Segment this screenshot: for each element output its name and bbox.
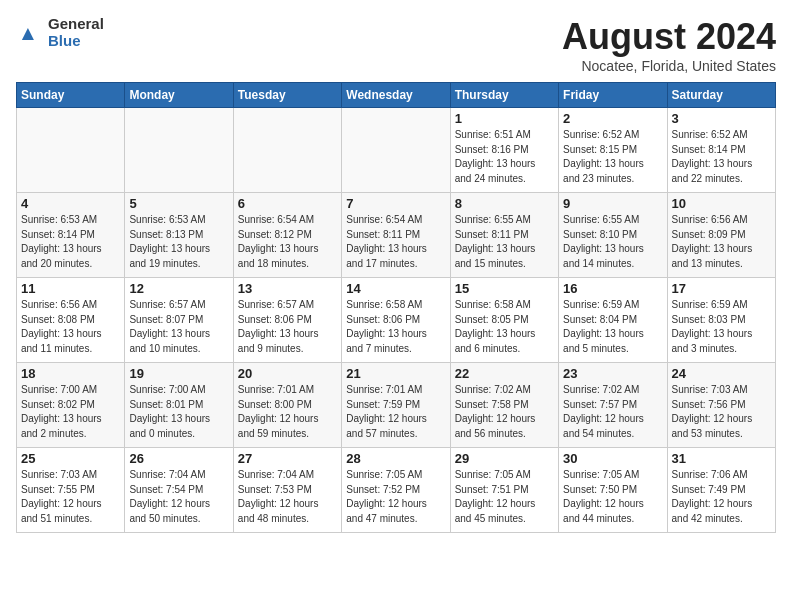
calendar-cell: 28Sunrise: 7:05 AM Sunset: 7:52 PM Dayli… bbox=[342, 448, 450, 533]
calendar-cell: 23Sunrise: 7:02 AM Sunset: 7:57 PM Dayli… bbox=[559, 363, 667, 448]
calendar-cell: 4Sunrise: 6:53 AM Sunset: 8:14 PM Daylig… bbox=[17, 193, 125, 278]
day-info: Sunrise: 6:52 AM Sunset: 8:14 PM Dayligh… bbox=[672, 128, 771, 186]
calendar-cell: 25Sunrise: 7:03 AM Sunset: 7:55 PM Dayli… bbox=[17, 448, 125, 533]
calendar-week-row: 1Sunrise: 6:51 AM Sunset: 8:16 PM Daylig… bbox=[17, 108, 776, 193]
day-info: Sunrise: 6:54 AM Sunset: 8:12 PM Dayligh… bbox=[238, 213, 337, 271]
day-info: Sunrise: 7:05 AM Sunset: 7:51 PM Dayligh… bbox=[455, 468, 554, 526]
calendar-header-row: SundayMondayTuesdayWednesdayThursdayFrid… bbox=[17, 83, 776, 108]
day-info: Sunrise: 6:53 AM Sunset: 8:14 PM Dayligh… bbox=[21, 213, 120, 271]
calendar-cell: 27Sunrise: 7:04 AM Sunset: 7:53 PM Dayli… bbox=[233, 448, 341, 533]
day-info: Sunrise: 7:03 AM Sunset: 7:56 PM Dayligh… bbox=[672, 383, 771, 441]
logo-general: General bbox=[48, 16, 104, 33]
calendar-cell: 5Sunrise: 6:53 AM Sunset: 8:13 PM Daylig… bbox=[125, 193, 233, 278]
calendar-cell: 15Sunrise: 6:58 AM Sunset: 8:05 PM Dayli… bbox=[450, 278, 558, 363]
day-number: 26 bbox=[129, 451, 228, 466]
day-number: 9 bbox=[563, 196, 662, 211]
day-number: 31 bbox=[672, 451, 771, 466]
day-number: 5 bbox=[129, 196, 228, 211]
calendar-cell: 2Sunrise: 6:52 AM Sunset: 8:15 PM Daylig… bbox=[559, 108, 667, 193]
day-number: 1 bbox=[455, 111, 554, 126]
day-number: 23 bbox=[563, 366, 662, 381]
calendar-cell: 26Sunrise: 7:04 AM Sunset: 7:54 PM Dayli… bbox=[125, 448, 233, 533]
day-number: 18 bbox=[21, 366, 120, 381]
calendar-cell: 31Sunrise: 7:06 AM Sunset: 7:49 PM Dayli… bbox=[667, 448, 775, 533]
calendar-cell: 7Sunrise: 6:54 AM Sunset: 8:11 PM Daylig… bbox=[342, 193, 450, 278]
day-number: 21 bbox=[346, 366, 445, 381]
day-info: Sunrise: 6:55 AM Sunset: 8:11 PM Dayligh… bbox=[455, 213, 554, 271]
day-number: 19 bbox=[129, 366, 228, 381]
day-info: Sunrise: 6:57 AM Sunset: 8:06 PM Dayligh… bbox=[238, 298, 337, 356]
day-info: Sunrise: 7:05 AM Sunset: 7:52 PM Dayligh… bbox=[346, 468, 445, 526]
day-info: Sunrise: 6:54 AM Sunset: 8:11 PM Dayligh… bbox=[346, 213, 445, 271]
day-info: Sunrise: 7:01 AM Sunset: 7:59 PM Dayligh… bbox=[346, 383, 445, 441]
weekday-header-sunday: Sunday bbox=[17, 83, 125, 108]
day-number: 28 bbox=[346, 451, 445, 466]
calendar-cell: 3Sunrise: 6:52 AM Sunset: 8:14 PM Daylig… bbox=[667, 108, 775, 193]
calendar-cell: 20Sunrise: 7:01 AM Sunset: 8:00 PM Dayli… bbox=[233, 363, 341, 448]
day-info: Sunrise: 6:58 AM Sunset: 8:06 PM Dayligh… bbox=[346, 298, 445, 356]
logo-blue: Blue bbox=[48, 33, 104, 50]
day-number: 12 bbox=[129, 281, 228, 296]
logo: ▲ General Blue bbox=[16, 16, 104, 49]
day-number: 16 bbox=[563, 281, 662, 296]
day-info: Sunrise: 7:03 AM Sunset: 7:55 PM Dayligh… bbox=[21, 468, 120, 526]
logo-text: General Blue bbox=[48, 16, 104, 49]
calendar-week-row: 4Sunrise: 6:53 AM Sunset: 8:14 PM Daylig… bbox=[17, 193, 776, 278]
day-number: 11 bbox=[21, 281, 120, 296]
calendar-cell: 9Sunrise: 6:55 AM Sunset: 8:10 PM Daylig… bbox=[559, 193, 667, 278]
day-number: 17 bbox=[672, 281, 771, 296]
calendar-cell: 12Sunrise: 6:57 AM Sunset: 8:07 PM Dayli… bbox=[125, 278, 233, 363]
day-number: 22 bbox=[455, 366, 554, 381]
day-number: 7 bbox=[346, 196, 445, 211]
day-info: Sunrise: 6:56 AM Sunset: 8:09 PM Dayligh… bbox=[672, 213, 771, 271]
day-number: 8 bbox=[455, 196, 554, 211]
day-info: Sunrise: 7:04 AM Sunset: 7:53 PM Dayligh… bbox=[238, 468, 337, 526]
weekday-header-tuesday: Tuesday bbox=[233, 83, 341, 108]
day-info: Sunrise: 7:01 AM Sunset: 8:00 PM Dayligh… bbox=[238, 383, 337, 441]
calendar-week-row: 18Sunrise: 7:00 AM Sunset: 8:02 PM Dayli… bbox=[17, 363, 776, 448]
calendar-cell: 17Sunrise: 6:59 AM Sunset: 8:03 PM Dayli… bbox=[667, 278, 775, 363]
calendar-cell: 30Sunrise: 7:05 AM Sunset: 7:50 PM Dayli… bbox=[559, 448, 667, 533]
weekday-header-saturday: Saturday bbox=[667, 83, 775, 108]
day-info: Sunrise: 7:00 AM Sunset: 8:02 PM Dayligh… bbox=[21, 383, 120, 441]
day-number: 14 bbox=[346, 281, 445, 296]
calendar-cell: 6Sunrise: 6:54 AM Sunset: 8:12 PM Daylig… bbox=[233, 193, 341, 278]
calendar-week-row: 11Sunrise: 6:56 AM Sunset: 8:08 PM Dayli… bbox=[17, 278, 776, 363]
day-number: 2 bbox=[563, 111, 662, 126]
calendar-cell: 29Sunrise: 7:05 AM Sunset: 7:51 PM Dayli… bbox=[450, 448, 558, 533]
day-info: Sunrise: 6:53 AM Sunset: 8:13 PM Dayligh… bbox=[129, 213, 228, 271]
calendar-cell bbox=[125, 108, 233, 193]
page-title: August 2024 bbox=[562, 16, 776, 58]
day-info: Sunrise: 7:02 AM Sunset: 7:58 PM Dayligh… bbox=[455, 383, 554, 441]
weekday-header-monday: Monday bbox=[125, 83, 233, 108]
svg-text:▲: ▲ bbox=[18, 20, 38, 43]
day-number: 6 bbox=[238, 196, 337, 211]
calendar-cell: 8Sunrise: 6:55 AM Sunset: 8:11 PM Daylig… bbox=[450, 193, 558, 278]
day-number: 30 bbox=[563, 451, 662, 466]
calendar-cell: 13Sunrise: 6:57 AM Sunset: 8:06 PM Dayli… bbox=[233, 278, 341, 363]
day-number: 10 bbox=[672, 196, 771, 211]
day-info: Sunrise: 7:02 AM Sunset: 7:57 PM Dayligh… bbox=[563, 383, 662, 441]
calendar-cell: 24Sunrise: 7:03 AM Sunset: 7:56 PM Dayli… bbox=[667, 363, 775, 448]
day-number: 20 bbox=[238, 366, 337, 381]
day-info: Sunrise: 6:59 AM Sunset: 8:03 PM Dayligh… bbox=[672, 298, 771, 356]
calendar-cell bbox=[17, 108, 125, 193]
day-number: 4 bbox=[21, 196, 120, 211]
day-info: Sunrise: 7:05 AM Sunset: 7:50 PM Dayligh… bbox=[563, 468, 662, 526]
calendar-cell: 14Sunrise: 6:58 AM Sunset: 8:06 PM Dayli… bbox=[342, 278, 450, 363]
calendar-cell: 22Sunrise: 7:02 AM Sunset: 7:58 PM Dayli… bbox=[450, 363, 558, 448]
calendar-cell: 21Sunrise: 7:01 AM Sunset: 7:59 PM Dayli… bbox=[342, 363, 450, 448]
weekday-header-friday: Friday bbox=[559, 83, 667, 108]
day-info: Sunrise: 6:58 AM Sunset: 8:05 PM Dayligh… bbox=[455, 298, 554, 356]
day-info: Sunrise: 6:51 AM Sunset: 8:16 PM Dayligh… bbox=[455, 128, 554, 186]
weekday-header-thursday: Thursday bbox=[450, 83, 558, 108]
calendar-cell bbox=[342, 108, 450, 193]
day-number: 27 bbox=[238, 451, 337, 466]
day-info: Sunrise: 6:59 AM Sunset: 8:04 PM Dayligh… bbox=[563, 298, 662, 356]
day-info: Sunrise: 7:06 AM Sunset: 7:49 PM Dayligh… bbox=[672, 468, 771, 526]
calendar-table: SundayMondayTuesdayWednesdayThursdayFrid… bbox=[16, 82, 776, 533]
page-header: ▲ General Blue August 2024 Nocatee, Flor… bbox=[16, 16, 776, 74]
calendar-cell: 19Sunrise: 7:00 AM Sunset: 8:01 PM Dayli… bbox=[125, 363, 233, 448]
day-info: Sunrise: 7:00 AM Sunset: 8:01 PM Dayligh… bbox=[129, 383, 228, 441]
calendar-cell: 10Sunrise: 6:56 AM Sunset: 8:09 PM Dayli… bbox=[667, 193, 775, 278]
